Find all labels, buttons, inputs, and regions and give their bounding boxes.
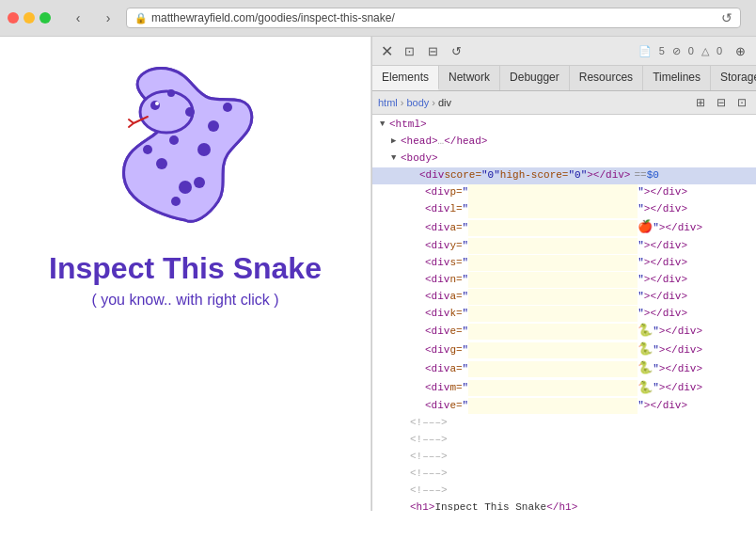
svg-point-0 bbox=[140, 91, 193, 133]
website-panel: Inspect This Snake ( you know.. with rig… bbox=[0, 37, 371, 511]
apple-emoji: 🍎 bbox=[638, 218, 653, 237]
dom-line-comment-2: <!–––> bbox=[372, 432, 756, 449]
minimize-window-button[interactable] bbox=[24, 12, 35, 24]
maximize-window-button[interactable] bbox=[39, 12, 51, 24]
breadcrumb-action-1[interactable]: ⊞ bbox=[692, 94, 709, 111]
svg-point-9 bbox=[194, 177, 205, 188]
site-title: Inspect This Snake bbox=[49, 251, 322, 286]
refresh-devtools-button[interactable]: ↺ bbox=[446, 40, 466, 61]
title-bar: ‹ › 🔒 matthewrayfield.com/goodies/inspec… bbox=[0, 0, 756, 36]
dom-line-body-open[interactable]: ▼ <body> bbox=[372, 151, 756, 167]
dom-line-comment-3: <!–––> bbox=[372, 449, 756, 466]
browser-chrome: ‹ › 🔒 matthewrayfield.com/goodies/inspec… bbox=[0, 0, 756, 37]
reload-button[interactable]: ↺ bbox=[721, 10, 732, 25]
page-icon: 📄 bbox=[638, 45, 652, 57]
svg-point-12 bbox=[223, 103, 232, 112]
breadcrumb-action-3[interactable]: ⊡ bbox=[733, 94, 750, 111]
svg-point-5 bbox=[197, 143, 211, 156]
dom-line-s[interactable]: <div s=" " ></div> bbox=[372, 254, 756, 271]
svg-point-3 bbox=[179, 181, 192, 194]
window-controls bbox=[8, 12, 51, 24]
dom-line-h1[interactable]: <h1> Inspect This Snake </h1> bbox=[372, 500, 756, 511]
breadcrumb-current: div bbox=[438, 97, 451, 108]
site-subtitle: ( you know.. with right click ) bbox=[91, 292, 278, 309]
address-bar[interactable]: 🔒 matthewrayfield.com/goodies/inspect-th… bbox=[126, 8, 741, 28]
dom-line-e-snake[interactable]: <div e=" 🐍 " ></div> bbox=[372, 322, 756, 341]
dom-line-m-snake[interactable]: <div m=" 🐍 " ></div> bbox=[372, 379, 756, 398]
breadcrumb-body[interactable]: body bbox=[406, 97, 429, 108]
devtools-tabs: Elements Network Debugger Resources Time… bbox=[372, 66, 756, 91]
dom-line-score-div[interactable]: <div score="0" high-score="0" ></div> ==… bbox=[372, 167, 756, 184]
dom-line-comment-4: <!–––> bbox=[372, 466, 756, 483]
breadcrumb-action-2[interactable]: ⊟ bbox=[713, 94, 730, 111]
error-count: 0 bbox=[688, 45, 694, 56]
svg-point-6 bbox=[185, 107, 195, 117]
dom-line-l[interactable]: <div l=" " ></div> bbox=[372, 201, 756, 218]
dom-line-comment-5: <!–––> bbox=[372, 483, 756, 500]
dom-line-html-open[interactable]: ▼ <html> bbox=[372, 117, 756, 134]
svg-point-4 bbox=[156, 158, 167, 169]
triangle-html[interactable]: ▼ bbox=[380, 119, 389, 132]
dom-line-a2[interactable]: <div a=" " ></div> bbox=[372, 288, 756, 305]
triangle-head[interactable]: ▶ bbox=[391, 135, 401, 149]
back-button[interactable]: ‹ bbox=[66, 6, 90, 30]
snake-illustration bbox=[91, 56, 279, 244]
svg-point-7 bbox=[208, 120, 219, 132]
devtools-toolbar-icons: ⊡ ⊟ ↺ bbox=[399, 40, 466, 61]
triangle-body[interactable]: ▼ bbox=[391, 152, 401, 166]
dom-line-y[interactable]: <div y=" " ></div> bbox=[372, 237, 756, 254]
address-text: matthewrayfield.com/goodies/inspect-this… bbox=[151, 11, 717, 24]
network-settings-button[interactable]: ⊕ bbox=[730, 40, 750, 61]
snake-emoji-2: 🐍 bbox=[638, 341, 653, 359]
dock-side-button[interactable]: ⊡ bbox=[399, 40, 419, 61]
dom-line-g-snake[interactable]: <div g=" 🐍 " ></div> bbox=[372, 341, 756, 359]
error-count-icon: ⊘ bbox=[672, 45, 681, 57]
breadcrumb-html[interactable]: html bbox=[378, 97, 398, 108]
dom-tree[interactable]: ▼ <html> ▶ <head> … </head> ▼ <body> <di… bbox=[372, 115, 756, 511]
dom-line-a-apple[interactable]: <div a=" 🍎 " ></div> bbox=[372, 218, 756, 237]
snake-emoji-4: 🐍 bbox=[638, 379, 653, 398]
devtools-close-button[interactable]: ✕ bbox=[378, 42, 395, 59]
tab-elements[interactable]: Elements bbox=[372, 66, 439, 90]
dom-line-e2[interactable]: <div e=" " ></div> bbox=[372, 398, 756, 415]
dom-line-head[interactable]: ▶ <head> … </head> bbox=[372, 134, 756, 151]
devtools-panel: ✕ ⊡ ⊟ ↺ 📄 5 ⊘ 0 △ 0 ⊕ Elements Network D… bbox=[371, 37, 756, 511]
resource-count: 5 bbox=[659, 45, 665, 56]
dom-line-n[interactable]: <div n=" " ></div> bbox=[372, 271, 756, 288]
devtools-counters: 📄 5 ⊘ 0 △ 0 ⊕ bbox=[638, 40, 750, 61]
address-row: ‹ › 🔒 matthewrayfield.com/goodies/inspec… bbox=[58, 6, 748, 30]
tab-resources[interactable]: Resources bbox=[570, 66, 643, 90]
svg-point-1 bbox=[150, 101, 160, 110]
snake-emoji-1: 🐍 bbox=[638, 322, 653, 341]
svg-point-13 bbox=[167, 89, 175, 97]
devtools-toolbar: ✕ ⊡ ⊟ ↺ 📄 5 ⊘ 0 △ 0 ⊕ bbox=[372, 37, 756, 66]
warning-count: 0 bbox=[717, 45, 722, 56]
tab-debugger[interactable]: Debugger bbox=[500, 66, 570, 90]
svg-point-8 bbox=[169, 135, 179, 145]
dom-line-a-snake[interactable]: <div a=" 🐍 " ></div> bbox=[372, 359, 756, 378]
tab-timelines[interactable]: Timelines bbox=[643, 66, 711, 90]
content-area: Inspect This Snake ( you know.. with rig… bbox=[0, 37, 756, 511]
warning-count-icon: △ bbox=[701, 45, 709, 57]
dom-line-p[interactable]: <div p=" " ></div> bbox=[372, 184, 756, 201]
lock-icon: 🔒 bbox=[134, 12, 148, 24]
undock-button[interactable]: ⊟ bbox=[422, 40, 443, 61]
forward-button[interactable]: › bbox=[96, 6, 120, 30]
svg-point-11 bbox=[143, 145, 152, 154]
breadcrumb-bar: html › body › div ⊞ ⊟ ⊡ bbox=[372, 91, 756, 115]
svg-point-10 bbox=[171, 197, 181, 206]
snake-emoji-3: 🐍 bbox=[638, 359, 653, 378]
dom-line-comment-1: <!–––> bbox=[372, 415, 756, 432]
svg-point-2 bbox=[155, 102, 159, 105]
dom-line-k[interactable]: <div k=" " ></div> bbox=[372, 305, 756, 322]
tab-network[interactable]: Network bbox=[439, 66, 500, 90]
tab-storage[interactable]: Storage bbox=[711, 66, 756, 90]
close-window-button[interactable] bbox=[8, 12, 19, 24]
